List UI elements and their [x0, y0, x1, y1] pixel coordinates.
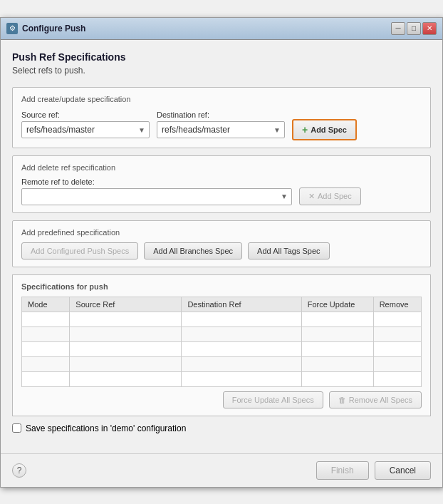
- specs-table-head: Mode Source Ref Destination Ref Force Up…: [22, 297, 422, 312]
- remove-all-specs-button[interactable]: 🗑 Remove All Specs: [329, 391, 422, 408]
- delete-ref-label: Add delete ref specification: [21, 163, 422, 172]
- dest-ref-wrapper: refs/heads/master ▼: [157, 121, 285, 138]
- dest-ref-label: Destination ref:: [157, 110, 285, 119]
- col-dest-ref: Destination Ref: [182, 297, 301, 312]
- minimize-button[interactable]: ─: [391, 22, 405, 35]
- remote-ref-select[interactable]: [21, 188, 292, 205]
- add-create-spec-button[interactable]: + Add Spec: [292, 119, 357, 140]
- save-checkbox-row: Save specifications in 'demo' configurat…: [12, 423, 431, 433]
- branches-label: Add All Branches Spec: [153, 247, 233, 255]
- add-all-tags-spec-button[interactable]: Add All Tags Spec: [248, 242, 329, 259]
- source-ref-wrapper: refs/heads/master ▼: [21, 121, 150, 138]
- configured-push-label: Add Configured Push Specs: [31, 247, 129, 255]
- add-delete-spec-button[interactable]: ✕ Add Spec: [299, 187, 361, 205]
- tags-label: Add All Tags Spec: [257, 247, 320, 255]
- delete-spec-label: Add Spec: [318, 192, 352, 200]
- force-update-specs-button[interactable]: Force Update All Specs: [223, 391, 323, 408]
- add-spec-label: Add Spec: [311, 125, 347, 134]
- specs-table: Mode Source Ref Destination Ref Force Up…: [21, 297, 422, 387]
- source-field-group: Source ref: refs/heads/master ▼: [21, 110, 150, 138]
- remote-ref-wrapper: ▼: [21, 188, 292, 205]
- window-title: Configure Push: [22, 24, 85, 34]
- table-row: [22, 341, 422, 356]
- cell-dest: [182, 312, 301, 326]
- table-row: [22, 371, 422, 386]
- create-update-label: Add create/update specification: [21, 95, 422, 103]
- add-spec-wrapper: + Add Spec: [292, 119, 357, 140]
- specs-table-body: [22, 312, 422, 386]
- col-force-update: Force Update: [301, 297, 373, 312]
- footer-action-buttons: Finish Cancel: [316, 461, 431, 480]
- remote-ref-field-group: Remote ref to delete: ▼: [21, 178, 292, 205]
- finish-label: Finish: [331, 466, 354, 475]
- title-bar-buttons: ─ □ ✕: [391, 22, 437, 35]
- delete-spec-icon: ✕: [308, 192, 315, 201]
- cell-source: [70, 312, 182, 326]
- window-icon: ⚙: [6, 23, 18, 34]
- add-configured-push-specs-button[interactable]: Add Configured Push Specs: [21, 242, 138, 259]
- specs-section: Specifications for push Mode Source Ref …: [12, 274, 431, 416]
- page-heading: Push Ref Specifications: [12, 51, 431, 63]
- table-row: [22, 356, 422, 371]
- col-remove: Remove: [373, 297, 421, 312]
- dialog-content: Push Ref Specifications Select refs to p…: [1, 40, 442, 453]
- predefined-label: Add predefined specification: [21, 228, 422, 237]
- add-all-branches-spec-button[interactable]: Add All Branches Spec: [144, 242, 242, 259]
- title-bar: ⚙ Configure Push ─ □ ✕: [1, 18, 442, 40]
- dialog-footer: ? Finish Cancel: [1, 453, 442, 487]
- finish-button[interactable]: Finish: [316, 461, 369, 480]
- close-button[interactable]: ✕: [422, 22, 437, 35]
- delete-ref-row: Remote ref to delete: ▼ ✕ Add Spec: [21, 178, 422, 205]
- cancel-label: Cancel: [390, 466, 416, 475]
- specs-section-label: Specifications for push: [21, 282, 422, 291]
- table-row: [22, 312, 422, 326]
- maximize-button[interactable]: □: [407, 22, 421, 35]
- save-checkbox-label: Save specifications in 'demo' configurat…: [26, 423, 186, 433]
- table-row: [22, 326, 422, 341]
- specs-table-header-row: Mode Source Ref Destination Ref Force Up…: [22, 297, 422, 312]
- create-update-section: Add create/update specification Source r…: [12, 87, 431, 148]
- remove-all-label: Remove All Specs: [349, 396, 412, 404]
- plus-icon: +: [302, 124, 308, 135]
- delete-ref-section: Add delete ref specification Remote ref …: [12, 155, 431, 213]
- delete-add-spec-wrapper: ✕ Add Spec: [299, 187, 361, 205]
- dest-ref-select[interactable]: refs/heads/master: [157, 121, 285, 138]
- predefined-buttons-row: Add Configured Push Specs Add All Branch…: [21, 242, 422, 259]
- cell-force: [301, 312, 373, 326]
- predefined-section: Add predefined specification Add Configu…: [12, 220, 431, 267]
- table-action-buttons: Force Update All Specs 🗑 Remove All Spec…: [21, 391, 422, 408]
- cell-remove: [373, 312, 421, 326]
- col-mode: Mode: [22, 297, 70, 312]
- create-update-row: Source ref: refs/heads/master ▼ Destinat…: [21, 109, 422, 140]
- cancel-button[interactable]: Cancel: [375, 461, 431, 480]
- dest-field-group: Destination ref: refs/heads/master ▼: [157, 110, 285, 138]
- title-bar-left: ⚙ Configure Push: [6, 23, 85, 34]
- remove-all-icon: 🗑: [338, 396, 346, 404]
- source-ref-label: Source ref:: [21, 110, 150, 119]
- remote-ref-label: Remote ref to delete:: [21, 178, 292, 186]
- force-update-label: Force Update All Specs: [232, 396, 314, 404]
- help-button[interactable]: ?: [12, 463, 26, 478]
- source-ref-select[interactable]: refs/heads/master: [21, 121, 150, 138]
- main-window: ⚙ Configure Push ─ □ ✕ Push Ref Specific…: [0, 17, 443, 488]
- page-subheading: Select refs to push.: [12, 66, 431, 76]
- save-checkbox[interactable]: [12, 423, 21, 433]
- cell-mode: [22, 312, 70, 326]
- col-source-ref: Source Ref: [70, 297, 182, 312]
